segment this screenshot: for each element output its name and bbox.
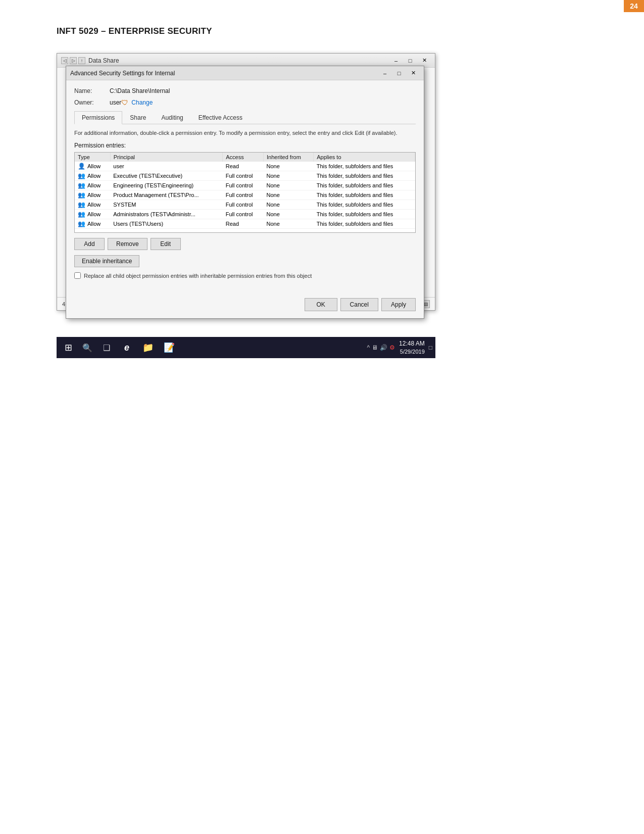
- action-buttons-row: Add Remove Edit: [74, 238, 416, 250]
- row-applies: This folder, subfolders and files: [314, 190, 415, 200]
- edge-icon: e: [124, 342, 129, 353]
- explorer-minimize-btn[interactable]: –: [389, 55, 403, 66]
- row-inherited: None: [263, 210, 313, 219]
- table-row[interactable]: 👥 Allow Engineering (TEST\Engineering) F…: [75, 181, 415, 190]
- table-row[interactable]: 👥 Allow Executive (TEST\Executive) Full …: [75, 171, 415, 181]
- col-type: Type: [75, 153, 110, 162]
- row-applies: This folder, subfolders and files: [314, 171, 415, 181]
- back-icon[interactable]: ◁: [61, 57, 68, 64]
- row-principal: Executive (TEST\Executive): [110, 171, 222, 181]
- dialog-minimize-btn[interactable]: –: [378, 68, 391, 79]
- row-principal: SYSTEM: [110, 200, 222, 210]
- tabs-container: Permissions Share Auditing Effective Acc…: [74, 111, 416, 124]
- table-row[interactable]: 👥 Allow SYSTEM Full control None This fo…: [75, 200, 415, 210]
- taskbar-time: 12:48 AM: [399, 340, 425, 348]
- task-view-icon: ❑: [103, 343, 110, 353]
- row-inherited: None: [263, 190, 313, 200]
- row-inherited: None: [263, 162, 313, 171]
- row-access: Full control: [223, 200, 264, 210]
- taskbar-tray: ^ 🖥 🔊 ⚙: [367, 344, 395, 351]
- row-principal: Users (TEST\Users): [110, 219, 222, 229]
- remove-button[interactable]: Remove: [108, 238, 147, 250]
- explorer-close-btn[interactable]: ✕: [418, 55, 431, 66]
- permission-table: Type Principal Access Inherited from App…: [75, 153, 415, 229]
- dialog-footer: OK Cancel Apply: [66, 294, 424, 318]
- row-applies: This folder, subfolders and files: [314, 219, 415, 229]
- row-inherited: None: [263, 219, 313, 229]
- row-access: Full control: [223, 171, 264, 181]
- tab-share[interactable]: Share: [122, 111, 154, 124]
- dialog-body: Name: C:\Data Share\Internal Owner: user…: [66, 80, 424, 294]
- sound-icon: 🔊: [380, 344, 387, 351]
- row-access: Full control: [223, 210, 264, 219]
- row-principal: Product Management (TEST\Pro...: [110, 190, 222, 200]
- add-button[interactable]: Add: [74, 238, 105, 250]
- sticky-pin[interactable]: 📝: [160, 339, 179, 356]
- change-user-icon: 🛡: [121, 99, 128, 107]
- row-inherited: None: [263, 200, 313, 210]
- tab-effective-access[interactable]: Effective Access: [191, 111, 250, 124]
- row-principal: Engineering (TEST\Engineering): [110, 181, 222, 190]
- col-inherited: Inherited from: [263, 153, 313, 162]
- edge-pin[interactable]: e: [117, 339, 136, 356]
- action-center-icon[interactable]: □: [429, 344, 432, 351]
- permission-table-container[interactable]: Type Principal Access Inherited from App…: [74, 152, 416, 233]
- row-access: Full control: [223, 181, 264, 190]
- explorer-titlebar-left: ◁ ▷ ↑ Data Share: [61, 57, 119, 64]
- security-icon: ⚙: [389, 344, 395, 351]
- search-taskbar-btn[interactable]: 🔍: [79, 339, 96, 356]
- table-row[interactable]: 👥 Allow Product Management (TEST\Pro... …: [75, 190, 415, 200]
- table-header-row: Type Principal Access Inherited from App…: [75, 153, 415, 162]
- row-access: Read: [223, 162, 264, 171]
- cancel-button[interactable]: Cancel: [340, 298, 378, 311]
- row-type: 👥 Allow: [75, 181, 110, 190]
- search-taskbar-icon: 🔍: [82, 343, 92, 353]
- taskbar-right: ^ 🖥 🔊 ⚙ 12:48 AM 5/29/2019 □: [367, 340, 432, 355]
- row-type: 👤 Allow: [75, 162, 110, 171]
- owner-value: user: [110, 99, 121, 106]
- titlebar-icons: ◁ ▷ ↑: [61, 57, 85, 64]
- replace-checkbox-row: Replace all child object permission entr…: [74, 272, 416, 279]
- tab-auditing[interactable]: Auditing: [154, 111, 190, 124]
- row-principal: Administrators (TEST\Administr...: [110, 210, 222, 219]
- apply-button[interactable]: Apply: [381, 298, 416, 311]
- explorer-maximize-btn[interactable]: □: [404, 55, 417, 66]
- taskbar: ⊞ 🔍 ❑ e 📁 📝 ^ 🖥 🔊 ⚙ 12:48 AM 5/29/2019 □: [57, 337, 435, 358]
- tab-permissions[interactable]: Permissions: [74, 111, 122, 124]
- col-applies: Applies to: [314, 153, 415, 162]
- edit-button[interactable]: Edit: [151, 238, 181, 250]
- table-row[interactable]: 👤 Allow user Read None This folder, subf…: [75, 162, 415, 171]
- folder-pin[interactable]: 📁: [138, 339, 158, 356]
- row-applies: This folder, subfolders and files: [314, 181, 415, 190]
- dialog-maximize-btn[interactable]: □: [392, 68, 406, 79]
- page-title: INFT 5029 – ENTERPRISE SECURITY: [57, 26, 212, 36]
- folder-icon: 📁: [142, 342, 154, 353]
- taskbar-date: 5/29/2019: [399, 348, 425, 355]
- enable-inheritance-btn[interactable]: Enable inheritance: [74, 255, 139, 267]
- up-icon[interactable]: ↑: [78, 57, 85, 64]
- task-view-btn[interactable]: ❑: [98, 339, 115, 356]
- forward-icon[interactable]: ▷: [70, 57, 77, 64]
- row-access: Read: [223, 219, 264, 229]
- explorer-title: Data Share: [88, 57, 119, 64]
- dialog-close-btn[interactable]: ✕: [407, 68, 420, 79]
- change-owner-link[interactable]: Change: [131, 99, 153, 106]
- replace-checkbox-label: Replace all child object permission entr…: [84, 273, 312, 279]
- start-button[interactable]: ⊞: [60, 339, 77, 356]
- row-type: 👥 Allow: [75, 219, 110, 229]
- ok-button[interactable]: OK: [305, 298, 337, 311]
- table-row[interactable]: 👥 Allow Users (TEST\Users) Read None Thi…: [75, 219, 415, 229]
- taskbar-clock[interactable]: 12:48 AM 5/29/2019: [399, 340, 425, 355]
- taskbar-left: ⊞ 🔍 ❑ e 📁 📝: [60, 339, 179, 356]
- tray-expand-icon[interactable]: ^: [367, 344, 370, 351]
- row-applies: This folder, subfolders and files: [314, 200, 415, 210]
- replace-permissions-checkbox[interactable]: [74, 272, 81, 279]
- network-icon: 🖥: [372, 344, 378, 351]
- name-value: C:\Data Share\Internal: [110, 87, 170, 94]
- name-row: Name: C:\Data Share\Internal: [74, 87, 416, 94]
- row-applies: This folder, subfolders and files: [314, 210, 415, 219]
- table-row[interactable]: 👥 Allow Administrators (TEST\Administr..…: [75, 210, 415, 219]
- row-type: 👥 Allow: [75, 200, 110, 210]
- dialog-window-controls: – □ ✕: [378, 68, 420, 79]
- sticky-icon: 📝: [164, 342, 175, 353]
